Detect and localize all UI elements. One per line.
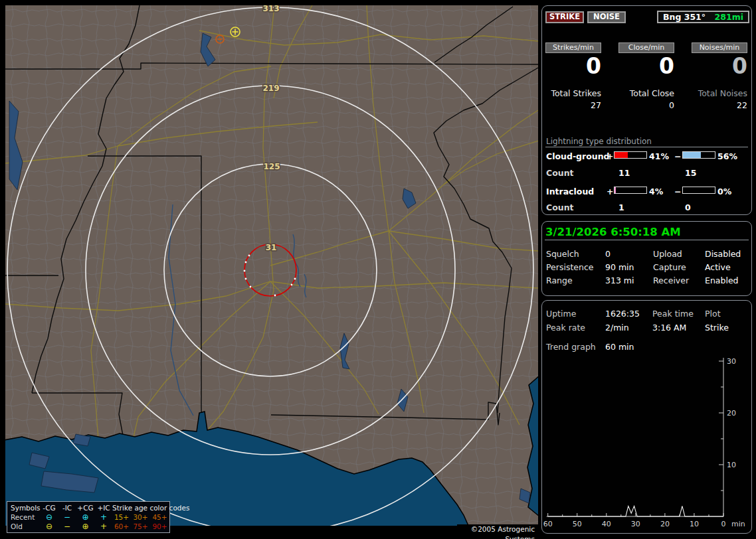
legend-header-row: Symbols -CG -IC +CG +IC Strike age color… (9, 503, 167, 512)
noises-per-min-header: Noises/min (692, 42, 747, 53)
datetime-divider (545, 240, 749, 240)
cg-plus-bar (614, 151, 647, 159)
cg-minus-sign: − (674, 152, 681, 161)
legend-recent-row: Recent ⊖ − ⊕ + 15+ 30+ 45+ (9, 512, 167, 522)
legend-recent-label: Recent (9, 512, 40, 522)
map-svg: 313 219 125 31 (5, 5, 538, 526)
svg-text:0: 0 (721, 520, 726, 528)
cg-count-label: Count (546, 169, 574, 177)
trend-panel: Uptime 1626:35 Peak time Plot Peak rate … (541, 300, 752, 534)
legend-col-pos-cg: +CG (76, 503, 95, 512)
trend-graph: 1020300102030405060min (542, 301, 751, 533)
recent-minus-icon: − (58, 513, 76, 522)
total-close-label: Total Close (618, 88, 674, 98)
svg-text:30: 30 (727, 357, 736, 366)
upload-status: Disabled (705, 250, 741, 258)
ic-plus-pct: 4% (649, 187, 663, 196)
persistence-label: Persistence (546, 263, 594, 271)
old-plus-icon: + (95, 522, 112, 531)
age-15: 15+ (112, 512, 131, 522)
legend-old-label: Old (9, 522, 40, 531)
status-row-range: Range 313 mi Receiver Enabled (542, 276, 751, 285)
status-row-squelch: Squelch 0 Upload Disabled (542, 250, 751, 259)
receiver-status: Enabled (705, 276, 739, 285)
bearing-readout: Bng 351° 281mi (657, 11, 749, 23)
age-75: 75+ (131, 522, 150, 531)
svg-text:60: 60 (543, 520, 553, 528)
copyright-notice: ©2005 Astrogenic Systems (457, 524, 538, 535)
recent-circle-plus-icon: ⊕ (76, 513, 95, 522)
age-60: 60+ (112, 522, 131, 531)
ic-plus-count: 1 (618, 203, 624, 212)
ring-label-125: 125 (263, 162, 280, 171)
legend-old-row: Old ⊖ − ⊕ + 60+ 75+ 90+ (9, 522, 167, 531)
age-90: 90+ (150, 522, 169, 531)
squelch-value: 0 (605, 250, 611, 258)
recent-circle-minus-icon: ⊖ (40, 513, 58, 522)
ring-label-31: 31 (266, 243, 277, 252)
cg-minus-pct: 56% (717, 152, 737, 161)
status-panel: 3/21/2026 6:50:18 AM Squelch 0 Upload Di… (541, 221, 752, 296)
old-minus-icon: − (58, 522, 76, 531)
noises-per-min-value: 0 (692, 54, 747, 79)
svg-text:40: 40 (602, 520, 611, 528)
cg-plus-sign: + (607, 152, 613, 161)
range-label: Range (546, 276, 573, 285)
ic-count-label: Count (546, 203, 574, 212)
age-30: 30+ (131, 512, 150, 522)
total-strikes-value: 27 (545, 100, 601, 110)
noise-mode-button[interactable]: NOISE (587, 11, 626, 23)
intracloud-label: Intracloud (546, 187, 594, 196)
legend-symbols-header: Symbols (9, 503, 40, 512)
cg-plus-count: 11 (618, 169, 630, 177)
ic-plus-bar (614, 187, 647, 194)
ring-label-313: 313 (262, 5, 279, 13)
svg-text:min: min (731, 520, 745, 528)
distribution-divider (545, 147, 748, 147)
legend-col-neg-cg: -CG (40, 503, 58, 512)
svg-text:10: 10 (690, 520, 699, 528)
total-noises-value: 22 (692, 100, 747, 110)
symbol-legend: Symbols -CG -IC +CG +IC Strike age color… (7, 501, 170, 533)
strikes-per-min-value: 0 (545, 54, 601, 79)
recent-plus-icon: + (95, 513, 112, 522)
bearing-value: Bng 351° (663, 12, 706, 22)
close-per-min-value: 0 (618, 54, 674, 79)
ic-minus-pct: 0% (717, 187, 731, 196)
upload-label: Upload (653, 250, 682, 258)
legend-age-header: Strike age color codes (112, 503, 169, 512)
ic-plus-sign: + (607, 187, 613, 196)
strikes-per-min-header: Strikes/min (545, 42, 601, 53)
total-close-value: 0 (618, 100, 674, 110)
svg-text:10: 10 (727, 461, 736, 469)
strike-map[interactable]: 313 219 125 31 (5, 5, 538, 526)
svg-text:20: 20 (660, 520, 670, 528)
distribution-header: Lightning type distribution (546, 137, 652, 146)
strike-stats-panel: STRIKE NOISE Bng 351° 281mi Strikes/min … (541, 5, 752, 215)
ic-minus-bar (682, 187, 715, 194)
status-row-persistence: Persistence 90 min Capture Active (542, 263, 751, 272)
receiver-label: Receiver (653, 276, 689, 285)
squelch-label: Squelch (546, 250, 579, 258)
legend-col-pos-ic: +IC (95, 503, 112, 512)
total-strikes-label: Total Strikes (545, 88, 601, 98)
ic-minus-sign: − (674, 187, 681, 196)
svg-text:30: 30 (631, 520, 640, 528)
svg-text:20: 20 (727, 409, 736, 418)
cg-minus-count: 15 (685, 169, 696, 177)
strike-mode-button[interactable]: STRIKE (545, 11, 584, 23)
lightning-detector-app: { "app": { "copyright": "©2005 Astrogeni… (0, 0, 756, 539)
capture-label: Capture (653, 263, 686, 271)
legend-col-neg-ic: -IC (58, 503, 76, 512)
bearing-range: 281mi (715, 12, 743, 22)
age-45: 45+ (150, 512, 169, 522)
old-circle-plus-icon: ⊕ (76, 522, 95, 531)
datetime-display: 3/21/2026 6:50:18 AM (545, 226, 681, 238)
cg-minus-bar (682, 151, 715, 159)
persistence-value: 90 min (605, 263, 634, 271)
capture-status: Active (705, 263, 731, 271)
cloud-ground-label: Cloud-ground (546, 152, 610, 161)
svg-text:50: 50 (573, 520, 582, 528)
old-circle-minus-icon: ⊖ (40, 522, 58, 531)
ic-minus-count: 0 (685, 203, 691, 212)
